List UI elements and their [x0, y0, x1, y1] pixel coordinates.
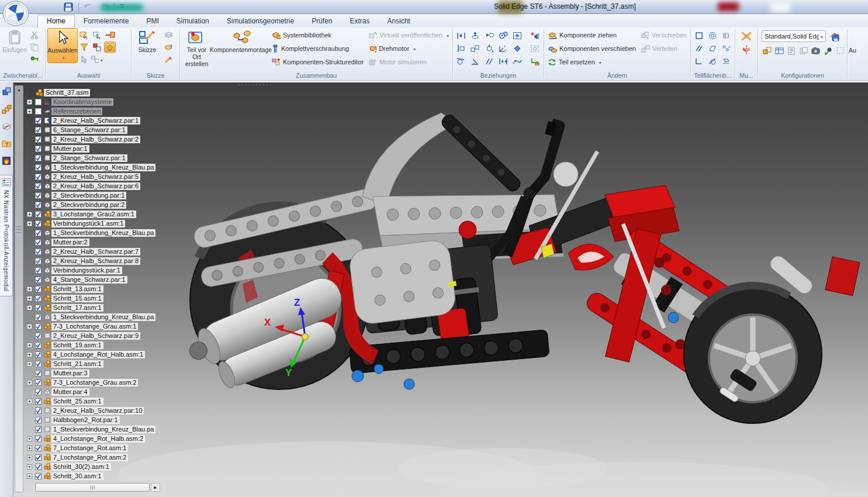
tree-item[interactable]: Schritt_30.asm:1	[26, 471, 170, 481]
tree-item[interactable]: 2_Kreuz_Halb_Schwarz.par:6	[26, 181, 170, 191]
tree-item[interactable]: Koordinatensysteme	[26, 97, 170, 106]
tree-item[interactable]: 7-3_Lochstange_Grau.asm:1	[26, 322, 170, 331]
face-tool-1[interactable]	[693, 30, 705, 41]
save-configuration-button[interactable]	[828, 31, 840, 42]
visibility-checkbox[interactable]	[33, 258, 43, 264]
expand-toggle[interactable]	[26, 352, 33, 357]
save-button[interactable]	[62, 1, 75, 12]
visibility-checkbox[interactable]	[33, 408, 43, 414]
expand-toggle[interactable]	[26, 324, 33, 329]
scroll-right-arrow[interactable]: ▶	[151, 483, 160, 492]
application-button[interactable]	[2, 1, 29, 26]
rotation-motor-button[interactable]: Drehmotor	[368, 43, 449, 54]
tree-item[interactable]: 1_Steckverbindung_Kreuz_Blau.pa	[26, 424, 170, 434]
visibility-checkbox[interactable]	[33, 351, 43, 358]
visibility-checkbox[interactable]	[33, 239, 43, 246]
visibility-checkbox[interactable]	[33, 192, 43, 199]
system-library-button[interactable]: Systembibliothek	[272, 30, 364, 40]
family-module-button[interactable]	[2, 105, 12, 116]
visibility-checkbox[interactable]	[33, 379, 43, 386]
tree-item[interactable]: Schritt_25.asm:1	[26, 396, 170, 406]
visibility-checkbox[interactable]	[33, 267, 43, 274]
tree-item[interactable]: Schritt_30(2).asm:1	[26, 462, 170, 471]
select-lasso-button[interactable]	[91, 29, 103, 40]
pathfinder-drag-grip[interactable]	[236, 82, 271, 86]
tree-item[interactable]: 6_Stange_Schwarz.par:1	[26, 125, 170, 134]
relation-tool-13[interactable]	[483, 56, 496, 67]
expand-toggle[interactable]	[26, 343, 33, 348]
face-tool-7[interactable]	[693, 56, 705, 67]
expand-toggle[interactable]	[26, 109, 33, 114]
expand-toggle[interactable]	[26, 296, 33, 301]
config-zone-button[interactable]	[835, 45, 846, 56]
copy-button[interactable]	[29, 42, 40, 53]
tree-item[interactable]: Mutter.par:4	[26, 387, 170, 396]
visibility-checkbox[interactable]	[33, 305, 43, 311]
config-table-button[interactable]	[774, 45, 784, 56]
tree-item[interactable]: Halbbogen2_Rot.par:1	[26, 415, 170, 424]
relation-tool-5[interactable]	[511, 30, 524, 42]
visibility-checkbox[interactable]	[33, 473, 43, 479]
sketch-button[interactable]: Skizze	[133, 28, 162, 55]
tree-item[interactable]: Referenzebenen	[26, 106, 170, 116]
format-painter-button[interactable]	[29, 54, 40, 65]
layers-module-button[interactable]	[2, 122, 12, 133]
hscroll-thumb[interactable]	[35, 483, 150, 492]
tree-item[interactable]: 1_Steckverbindung_Kreuz_Blau.pa	[26, 312, 170, 322]
drag-component-button[interactable]: Komponente ziehen	[548, 30, 637, 40]
visibility-checkbox[interactable]	[33, 445, 43, 451]
component-assembly-button[interactable]: Komponentenmontage	[212, 28, 269, 55]
select-components-button[interactable]	[91, 42, 103, 53]
config-apply-button[interactable]	[823, 45, 834, 56]
visibility-checkbox[interactable]	[33, 164, 43, 171]
tree-item[interactable]: 7-3_Lochstange_Grau.asm:2	[26, 378, 170, 387]
visibility-checkbox[interactable]	[33, 183, 43, 189]
tree-item[interactable]: 4_Lochstange_Rot_Halb.asm:1	[26, 350, 170, 359]
library-module-button[interactable]: ?	[2, 139, 12, 150]
visibility-checkbox[interactable]	[33, 146, 43, 152]
expand-toggle[interactable]	[26, 305, 33, 310]
tree-item[interactable]: 2_Kreuz_Halb_Schwarz.par:7	[26, 247, 170, 256]
face-tool-6[interactable]: o	[720, 43, 732, 54]
tree-item[interactable]: 3_Lochstange_Grau2.asm:1	[26, 209, 170, 219]
tree-item[interactable]: 7_Lochstange_Rot.asm:2	[26, 453, 170, 462]
create-part-in-place-button[interactable]: Teil vor Ort erstellen	[181, 28, 212, 69]
visibility-checkbox[interactable]	[33, 277, 43, 283]
sketch-3d-button[interactable]	[162, 42, 174, 53]
tree-item[interactable]: 2_Steckverbindung.par:2	[26, 200, 170, 209]
tree-item[interactable]: Verbindungstück1.asm:1	[26, 219, 170, 228]
tree-item[interactable]: 2_Kreuz_Halb_Schwarz.par:9	[26, 331, 170, 340]
tab-simulation[interactable]: Simulation	[168, 15, 218, 27]
tree-item[interactable]: Schritt_15.asm:1	[26, 294, 170, 303]
visibility-checkbox[interactable]	[33, 426, 43, 433]
mirror-button[interactable]	[741, 44, 752, 55]
tree-item[interactable]: 1_Steckverbindung_Kreuz_Blau.pa	[26, 163, 170, 172]
expand-toggle[interactable]	[26, 399, 33, 404]
expand-toggle[interactable]	[26, 455, 33, 460]
relation-tool-15[interactable]	[511, 56, 524, 67]
tree-item[interactable]: 2_Kreuz_Halb_Schwarz.par:1	[26, 116, 170, 125]
visibility-checkbox[interactable]	[33, 127, 43, 133]
relation-tool-2[interactable]	[469, 30, 482, 42]
tree-item[interactable]: Schritt_17.asm:1	[26, 303, 170, 312]
visibility-checkbox[interactable]	[33, 202, 43, 208]
tree-item[interactable]: Mutter.par:1	[26, 144, 170, 153]
face-tool-5[interactable]	[706, 43, 718, 54]
visibility-checkbox[interactable]	[33, 342, 43, 348]
relation-tool-1[interactable]	[455, 30, 468, 42]
tree-item[interactable]: 7_Lochstange_Rot.asm:1	[26, 443, 170, 453]
visibility-checkbox[interactable]	[33, 454, 43, 461]
expand-toggle[interactable]	[26, 380, 33, 385]
config-copy-button[interactable]	[798, 45, 809, 56]
relation-tool-8[interactable]	[483, 43, 496, 54]
paste-button[interactable]: Einfügen	[1, 28, 28, 55]
relation-tool-12[interactable]	[469, 56, 482, 67]
flash-fit-button[interactable]	[529, 30, 541, 41]
tree-item[interactable]: Mutter.par:2	[26, 237, 170, 247]
distribute-button[interactable]: Verteilen	[641, 43, 687, 54]
select-button[interactable]: Auswählen	[47, 28, 78, 63]
visibility-checkbox[interactable]	[33, 398, 43, 405]
expand-toggle[interactable]	[26, 464, 33, 470]
visibility-checkbox[interactable]	[33, 136, 43, 143]
move-components-button[interactable]: Komponenten verschieben	[548, 43, 637, 54]
